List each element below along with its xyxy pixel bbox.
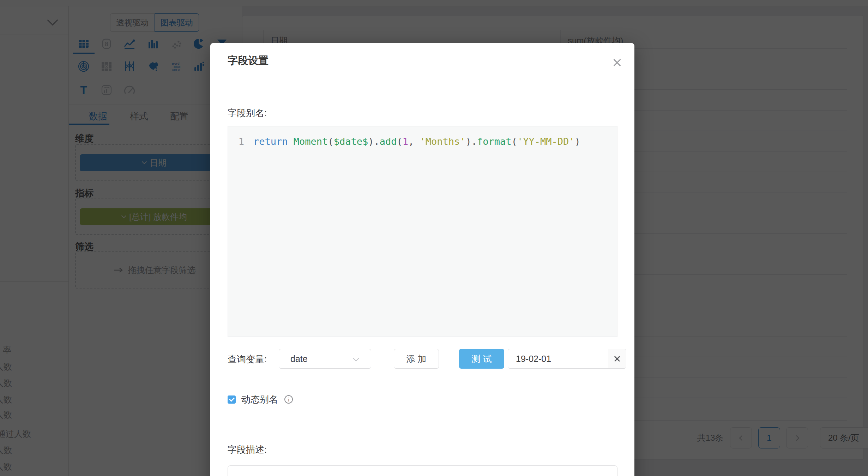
code-token: Moment (294, 136, 328, 147)
code-token: $date$ (334, 136, 368, 147)
chevron-down-icon (353, 356, 359, 362)
dynamic-alias-checkbox[interactable] (228, 395, 236, 404)
query-variable-value: date (290, 354, 308, 364)
code-token: ( (512, 136, 517, 147)
test-value-group: 19-02-01 (508, 349, 626, 369)
code-token: ). (368, 136, 380, 147)
field-settings-modal: 字段设置 字段别名: 1 return Moment($date$).add(1… (210, 43, 634, 476)
test-button[interactable]: 测 试 (459, 349, 504, 369)
clear-icon (614, 355, 621, 362)
info-icon[interactable]: i (284, 395, 293, 404)
code-text: return Moment($date$).add(1, 'Months').f… (244, 136, 580, 148)
query-variable-row: 查询变量: date 添 加 测 试 19-02-01 (228, 349, 617, 369)
code-token: format (477, 136, 512, 147)
code-token: 'YY-MM-DD' (517, 136, 575, 147)
line-number: 1 (228, 136, 244, 148)
query-variable-select[interactable]: date (279, 349, 371, 369)
alias-label: 字段别名: (228, 107, 267, 119)
code-token: 'Months' (420, 136, 466, 147)
alias-code-editor[interactable]: 1 return Moment($date$).add(1, 'Months')… (228, 126, 617, 337)
modal-title: 字段设置 (228, 54, 269, 68)
close-icon[interactable] (613, 58, 622, 67)
dynamic-alias-row: 动态别名 i (228, 395, 293, 404)
code-token: ). (466, 136, 477, 147)
query-variable-label: 查询变量: (228, 353, 267, 365)
code-token: add (380, 136, 397, 147)
description-textarea[interactable] (228, 465, 617, 476)
add-variable-button[interactable]: 添 加 (394, 349, 439, 369)
code-token: , (408, 136, 420, 147)
code-token: ) (574, 136, 580, 147)
code-token: ( (397, 136, 402, 147)
code-token: return (253, 136, 288, 147)
test-value-input[interactable]: 19-02-01 (508, 349, 608, 368)
code-token (288, 136, 294, 147)
description-label: 字段描述: (228, 444, 267, 456)
code-token: ( (328, 136, 333, 147)
clear-test-value-button[interactable] (608, 349, 626, 368)
code-token: 1 (403, 136, 408, 147)
dynamic-alias-label: 动态别名 (241, 393, 278, 406)
modal-header: 字段设置 (210, 43, 634, 81)
code-line: 1 return Moment($date$).add(1, 'Months')… (228, 136, 617, 148)
